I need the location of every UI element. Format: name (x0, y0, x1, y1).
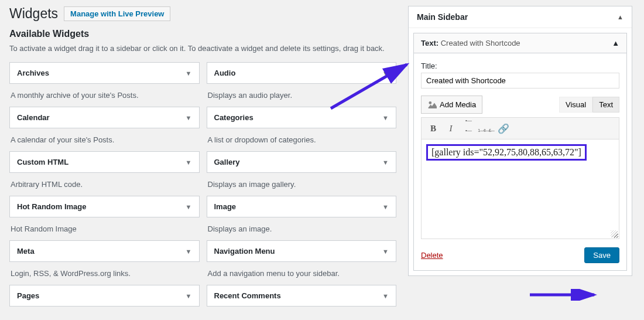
chevron-down-icon: ▼ (382, 292, 389, 299)
chevron-down-icon: ▼ (382, 159, 389, 166)
chevron-down-icon: ▼ (186, 292, 192, 299)
content-editor[interactable]: [gallery ids="52,92,75,80,88,65,63,72"] (421, 139, 619, 239)
widget-custom-html[interactable]: Custom HTML▼ (9, 151, 200, 173)
widget-label: Calendar (17, 113, 50, 122)
widget-subtitle: Created with Shortcode (441, 39, 520, 47)
widget-label: Hot Random Image (17, 202, 86, 211)
media-icon (427, 99, 437, 110)
tab-text[interactable]: Text (592, 97, 619, 113)
italic-button[interactable]: I (443, 120, 459, 137)
widget-meta[interactable]: Meta▼ (9, 240, 200, 262)
widget-archives[interactable]: Archives▼ (9, 62, 200, 84)
add-media-button[interactable]: Add Media (421, 96, 482, 114)
widget-label: Gallery (214, 158, 240, 166)
widget-desc: Displays an image gallery. (207, 176, 397, 196)
svg-point-0 (429, 101, 431, 104)
page-title: Widgets (9, 6, 58, 22)
widget-label: Meta (17, 247, 35, 256)
chevron-up-icon: ▲ (617, 13, 624, 21)
widget-pages[interactable]: Pages▼ (9, 285, 200, 307)
chevron-down-icon: ▼ (382, 203, 389, 210)
widget-label: Categories (214, 113, 254, 122)
widget-desc: A monthly archive of your site's Posts. (9, 87, 200, 107)
widget-hot-random-image[interactable]: Hot Random Image▼ (9, 196, 200, 217)
sidebar-title: Main Sidebar (417, 12, 468, 22)
widget-desc: Hot Random Image (9, 221, 200, 240)
available-widgets-heading: Available Widgets (9, 29, 396, 39)
widget-desc: A list or dropdown of categories. (207, 132, 397, 151)
editor-toolbar: B I 🔗 (421, 117, 619, 139)
widget-item-header[interactable]: Text: Created with Shortcode ▲ (413, 33, 627, 53)
widget-label: Archives (17, 69, 49, 77)
chevron-down-icon: ▼ (382, 114, 389, 121)
widget-navigation-menu[interactable]: Navigation Menu▼ (207, 240, 397, 262)
chevron-down-icon: ▼ (382, 70, 389, 77)
widget-label: Image (214, 202, 237, 211)
add-media-label: Add Media (440, 100, 476, 109)
available-widgets-help: To activate a widget drag it to a sideba… (9, 44, 396, 53)
widget-label: Navigation Menu (214, 247, 275, 256)
chevron-down-icon: ▼ (186, 203, 192, 210)
title-label: Title: (421, 62, 619, 70)
widget-calendar[interactable]: Calendar▼ (9, 107, 200, 128)
bold-button[interactable]: B (425, 120, 441, 137)
widget-recent-comments[interactable]: Recent Comments▼ (207, 285, 397, 307)
widget-label: Recent Comments (214, 291, 281, 300)
delete-link[interactable]: Delete (421, 251, 443, 260)
widget-desc: Add a navigation menu to your sidebar. (207, 265, 397, 285)
chevron-down-icon: ▼ (186, 248, 192, 255)
widget-desc: Login, RSS, & WordPress.org links. (9, 265, 200, 285)
save-button[interactable]: Save (584, 247, 619, 263)
widget-label: Custom HTML (17, 158, 68, 166)
sidebar-header-main[interactable]: Main Sidebar ▲ (409, 6, 632, 28)
chevron-down-icon: ▼ (186, 159, 192, 166)
live-preview-button[interactable]: Manage with Live Preview (64, 6, 170, 21)
link-button[interactable]: 🔗 (495, 120, 512, 137)
widget-desc: Displays an image. (207, 221, 397, 240)
title-input[interactable] (421, 73, 619, 88)
chevron-down-icon: ▼ (186, 70, 192, 77)
widget-desc: Arbitrary HTML code. (9, 176, 200, 196)
widget-gallery[interactable]: Gallery▼ (207, 151, 397, 173)
widget-audio[interactable]: Audio▼ (207, 62, 397, 84)
bullet-list-button[interactable] (460, 120, 477, 137)
resize-handle[interactable] (611, 230, 618, 237)
widget-image[interactable]: Image▼ (207, 196, 397, 217)
widget-desc: A calendar of your site's Posts. (9, 132, 200, 151)
chevron-down-icon: ▼ (382, 248, 389, 255)
tab-visual[interactable]: Visual (559, 97, 592, 113)
chevron-down-icon: ▼ (186, 114, 192, 121)
widget-type-label: Text: (421, 39, 439, 47)
widget-label: Audio (214, 69, 236, 77)
widget-desc: Displays an audio player. (207, 87, 397, 107)
widget-label: Pages (17, 291, 39, 300)
widget-categories[interactable]: Categories▼ (207, 107, 397, 128)
chevron-up-icon: ▲ (612, 39, 619, 47)
editor-content: [gallery ids="52,92,75,80,88,65,63,72"] (426, 144, 587, 161)
numbered-list-button[interactable] (478, 120, 494, 137)
